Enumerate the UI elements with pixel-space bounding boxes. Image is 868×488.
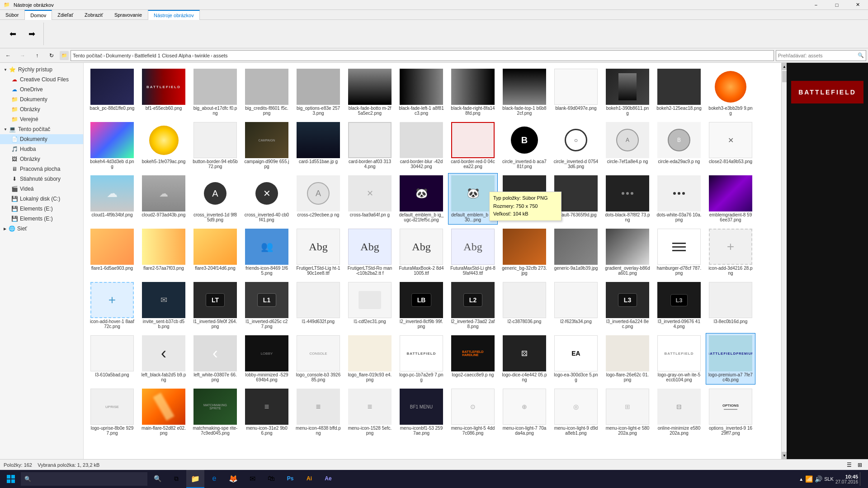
file-default-emblem-big[interactable]: 🐼 default_emblem_b ig_ugc-d21fef5c.png <box>396 173 446 225</box>
scroll-up-button[interactable]: ▲ <box>782 63 787 70</box>
file-futura-book[interactable]: Abg FuturaMaxBook-2 8d41005.ttf <box>396 226 446 278</box>
file-logo2[interactable]: BATTLEFIELDHARDLINE logo2-caecc8e9.p ng <box>448 333 498 385</box>
sidebar-item-rychly-pristup[interactable]: ▼ ⭐ Rýchly prístup <box>0 65 83 75</box>
file-logo-uprise[interactable]: UPRISE logo-uprise-8b0e 9297.png <box>87 386 137 438</box>
sidebar-item-obrazky[interactable]: 📁 Obrázky <box>0 104 83 114</box>
large-icons-view-button[interactable]: ⊞ <box>855 460 864 469</box>
file-menu-icon1[interactable]: ≡ menu-icon-31e2 9b06.png <box>242 386 292 438</box>
sidebar-item-plocha[interactable]: 🖥 Pracovná plocha <box>0 164 83 174</box>
sidebar-item-disk-c[interactable]: 💾 Lokalný disk (C:) <box>0 194 83 204</box>
file-menu-iconbf1[interactable]: BF1 MENU menu-iconbf1-53 2597ae.png <box>396 386 446 438</box>
sidebar-item-stiahute[interactable]: ⬇ Stiahnuté súbory <box>0 174 83 184</box>
refresh-button[interactable]: ↻ <box>45 49 58 62</box>
file-cloud2[interactable]: ☁ cloud2-973ad43b.png <box>139 173 189 225</box>
file-logo-ea[interactable]: EA logo-ea-300d3ce 5.png <box>551 333 601 385</box>
file-black-fade-top[interactable]: black-fade-top-1 b6b82cf.png <box>500 66 549 118</box>
file-l2-f623[interactable]: l2-f623fa34.png <box>551 280 601 331</box>
start-button[interactable] <box>2 470 20 488</box>
file-cross-c29[interactable]: A cross-c29ecbee.p ng <box>293 173 343 225</box>
file-card-border-red[interactable]: card-border-red-0 04cea22.png <box>448 120 498 171</box>
path-dokumenty[interactable]: Dokumenty <box>106 53 131 58</box>
tab-zdielat[interactable]: Zdieľať <box>52 10 79 20</box>
file-logo-pc[interactable]: BATTLEFIELD logo-pc-1b7a2e9 7.png <box>396 333 446 385</box>
taskbar-search[interactable]: 🔍 <box>21 472 147 486</box>
scroll-thumb[interactable] <box>782 71 787 82</box>
vertical-scrollbar[interactable]: ▲ ▼ <box>781 63 787 459</box>
expand-tray-icon[interactable]: ▲ <box>799 477 803 482</box>
file-big-credits[interactable]: big_credits-f8601 f5c.png <box>242 66 292 118</box>
file-bokeh2[interactable]: bokeh2-125eac18.png <box>654 66 704 118</box>
file-black-fade-bottom[interactable]: black-fade-botto m-2f5a5ec2.png <box>345 66 395 118</box>
taskbar-app-edge[interactable]: e <box>205 470 223 488</box>
file-card-border-blur[interactable]: card-border-blur -42d30442.png <box>396 120 446 171</box>
taskbar-app-explorer[interactable]: 📁 <box>186 470 204 488</box>
language-label[interactable]: SLK <box>824 476 834 482</box>
file-logo-flare[interactable]: logo_flare-019c93 e4.png <box>345 333 395 385</box>
file-default-emblem-big-sel[interactable]: 🐼 default_emblem_b ig-30...png Typ polož… <box>448 173 498 225</box>
taskbar-app-cortana[interactable]: 🔍 <box>148 470 166 488</box>
file-gradient-overlay[interactable]: gradient_overlay-b86da601.png <box>603 226 652 278</box>
file-logo-dice[interactable]: ⚄ logo-dice-c4e442 05.png <box>500 333 549 385</box>
file-card-border[interactable]: card-border-af03 3134.png <box>345 120 395 171</box>
search-box[interactable]: 🔍 <box>776 50 866 61</box>
sidebar-item-videa[interactable]: 🎬 Videá <box>0 184 83 194</box>
file-menu-icon-l1[interactable]: ⊙ menu-icon-light-5 4dd7c086.png <box>448 386 498 438</box>
minimize-button[interactable]: − <box>806 0 826 10</box>
system-clock[interactable]: 10:45 27.07.2016 <box>835 474 858 484</box>
file-back-pc[interactable]: back_pc-88d1ffe0.png <box>87 66 137 118</box>
taskbar-app-store[interactable]: 🛍 <box>262 470 280 488</box>
back-button[interactable]: ← <box>2 49 14 62</box>
address-bar[interactable]: Tento počítač › Dokumenty › Battlefield … <box>71 50 774 61</box>
tab-subor[interactable]: Súbor <box>0 10 24 20</box>
file-online-minimize[interactable]: ⊟ online-minimize e580202a.png <box>654 386 704 438</box>
tab-spravovanie[interactable]: Spravovanie <box>109 10 148 20</box>
file-l3-610a[interactable]: l3-610a5bad.png <box>87 333 137 385</box>
file-bokeh1[interactable]: bokeh1-390b8611.png <box>603 66 652 118</box>
file-icon-add[interactable]: + icon-add-3d4216 28.png <box>706 226 755 278</box>
file-logo-premium[interactable]: BATTLEFIELDPREMIUM logo-premium-a7 7fe7c… <box>706 333 755 385</box>
file-l2-inverted-8cf[interactable]: LB l2_inverted-8cf9b 99f.png <box>396 280 446 331</box>
file-hamburger[interactable]: hamburger-d78cf 787.png <box>654 226 704 278</box>
file-campaign[interactable]: CAMPAIGN campaign-d909e 655.jpg <box>242 120 292 171</box>
file-emblemgradient[interactable]: emblemgradient-8 596ee37.png <box>706 173 755 225</box>
file-cloud1[interactable]: ☁ cloud1-4f9b34bf.png <box>87 173 137 225</box>
maximize-button[interactable]: □ <box>826 0 847 10</box>
file-bokeh3[interactable]: bokeh3-e3bb2b9 9.png <box>706 66 755 118</box>
file-options-inverted[interactable]: OPTIONS options_inverted-9 1629ff7.png <box>706 386 755 438</box>
file-close2[interactable]: ✕ close2-814a9b53.png <box>706 120 755 171</box>
details-view-button[interactable]: ☰ <box>844 460 854 469</box>
tab-zobrazit[interactable]: Zobraziť <box>79 10 109 20</box>
file-logo-console[interactable]: CONSOLE logo_console-b3 392685.png <box>293 333 343 385</box>
taskbar-app-firefox[interactable]: 🦊 <box>224 470 242 488</box>
file-left-white[interactable]: ‹ left_white-03807e 66.png <box>190 333 240 385</box>
file-l1-449d[interactable]: l1-449d632f.png <box>293 280 343 331</box>
taskbar-app-mail[interactable]: ✉ <box>243 470 261 488</box>
file-invite-sent[interactable]: ✉ invite_sent-b37cb d5b.png <box>139 280 189 331</box>
sidebar-item-elements-e[interactable]: 💾 Elements (E:) <box>0 204 83 214</box>
file-l1-inverted-d62[interactable]: L1 l1_inverted-d625c c27.png <box>242 280 292 331</box>
file-logo-gray-white[interactable]: BATTLEFIELD logo-gray-on-wh ite-5eccb104… <box>654 333 704 385</box>
file-menu-icon-l3[interactable]: ◎ menu-icon-light-9 d9da8eb1.png <box>551 386 601 438</box>
network-tray-icon[interactable]: 📶 <box>805 475 813 483</box>
path-battlefield[interactable]: Battlefield 1 Closed Alpha <box>134 53 191 58</box>
file-button-border[interactable]: button-border-94 eb5b72.png <box>190 120 240 171</box>
scroll-down-button[interactable]: ▼ <box>782 452 787 459</box>
path-computer[interactable]: Tento počítač <box>73 53 102 58</box>
file-futura-light[interactable]: Abg FuturaMaxStd-Li ght-85faf443.ttf <box>448 226 498 278</box>
file-l3-8ec0[interactable]: l3-8ec0b16d.png <box>706 280 755 331</box>
file-circle-inverted-b[interactable]: B circle_inverted-b aca781f.png <box>500 120 549 171</box>
sidebar-item-verejne[interactable]: 📁 Verejné <box>0 114 83 124</box>
sidebar-item-dokumenty[interactable]: 📁 Dokumenty <box>0 94 83 104</box>
taskbar-app-ai[interactable]: Ai <box>300 470 318 488</box>
taskbar-app-ps[interactable]: Ps <box>281 470 299 488</box>
file-circle-7ef[interactable]: A circle-7ef1a8e4.p ng <box>603 120 652 171</box>
file-frutiger-roman[interactable]: Abg FrutigerLTStd-Ro man-c10b2ba2.tt f <box>345 226 395 278</box>
file-flare1[interactable]: flare1-6d5ae903.png <box>87 226 137 278</box>
file-flare3[interactable]: flare3-204f14d6.png <box>190 226 240 278</box>
file-cross-faa[interactable]: ✕ cross-faa9a64f.pn g <box>345 173 395 225</box>
file-left-black[interactable]: ‹ left_black-fab2d5 b9.png <box>139 333 189 385</box>
file-l2-c387[interactable]: l2-c3878036.png <box>500 280 549 331</box>
file-bf1[interactable]: BATTLEFIELD bf1-e55ecb60.png <box>139 66 189 118</box>
file-main-flare[interactable]: main-flare-52d82 e02.png <box>139 386 189 438</box>
tab-nastroje[interactable]: Nástroje obrázkov <box>148 10 200 20</box>
